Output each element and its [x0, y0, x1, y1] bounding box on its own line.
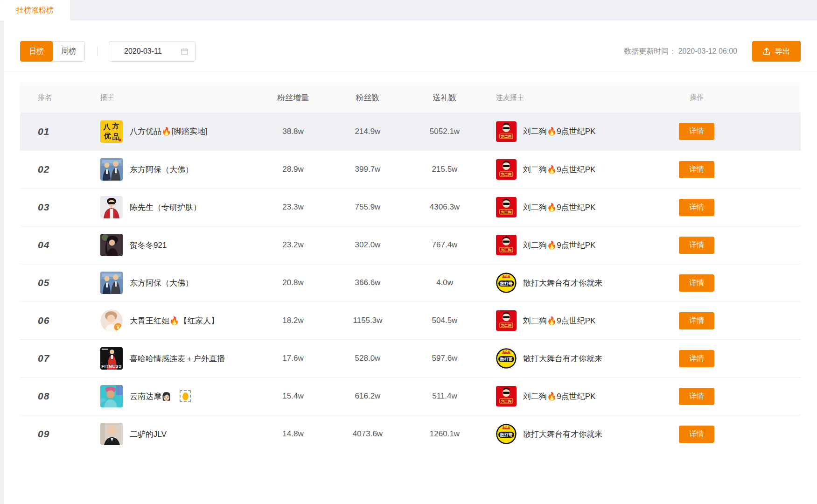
- detail-button[interactable]: 详情: [679, 426, 714, 443]
- broadcaster-avatar: [100, 196, 123, 218]
- header-fans-gain: 粉丝增量: [256, 92, 330, 103]
- fans-gain-value: 23.2w: [256, 240, 330, 250]
- daily-rank-button[interactable]: 日榜: [20, 41, 53, 62]
- linked-streamer-avatar: 刘二狗: [496, 159, 517, 180]
- linked-streamer-name: 散打大舞台有才你就来: [523, 278, 602, 288]
- svg-text:品: 品: [112, 133, 119, 140]
- linked-streamer-name: 散打大舞台有才你就来: [523, 429, 602, 440]
- fans-gain-value: 20.8w: [256, 278, 330, 287]
- broadcaster-avatar: [100, 385, 123, 407]
- broadcaster-name: 贺冬冬921: [130, 240, 167, 251]
- export-button[interactable]: 导出: [752, 41, 801, 62]
- broadcaster-name: 陈先生（专研护肤）: [130, 202, 201, 213]
- linked-streamer-avatar: 刘二狗: [496, 235, 517, 255]
- detail-button[interactable]: 详情: [679, 312, 714, 329]
- linked-streamer-avatar: 刘二狗: [496, 121, 517, 142]
- broadcaster-avatar: 八 方 优 品: [100, 120, 123, 143]
- svg-text:散打哥: 散打哥: [500, 433, 513, 437]
- broadcaster-name: 八方优品🔥[脚踏实地]: [130, 126, 208, 137]
- svg-text:刘二狗: 刘二狗: [501, 210, 512, 214]
- fans-total-value: 214.9w: [330, 127, 405, 136]
- rank-number: 08: [38, 391, 49, 401]
- linked-streamer-name: 刘二狗🔥9点世纪PK: [523, 391, 595, 402]
- table-row: 06 V 大胃王红姐🔥【红家人】 18.2w 1155.3w 504.5w 刘二…: [20, 301, 801, 339]
- broadcaster-name: 云南达摩👩🏻: [130, 391, 171, 402]
- table-row: 08 云南达摩👩🏻 15.4w 616.2w 511.4w 刘二狗 刘二狗🔥9点…: [20, 377, 801, 415]
- detail-button[interactable]: 详情: [679, 199, 714, 216]
- fans-total-value: 528.0w: [330, 354, 405, 363]
- tab-bar: 挂榜涨粉榜: [0, 0, 817, 21]
- svg-text:FITNESS: FITNESS: [101, 364, 122, 369]
- broadcaster-name: 东方阿保（大佛）: [130, 164, 193, 175]
- toolbar: 日榜 周榜 2020-03-11 数据更新时间： 2020-03-12 06:0…: [4, 21, 817, 72]
- fans-total-value: 399.7w: [330, 165, 405, 174]
- detail-button[interactable]: 详情: [679, 123, 714, 140]
- svg-text:方: 方: [112, 122, 119, 130]
- gifts-value: 4306.3w: [405, 203, 484, 212]
- tab-title: 挂榜涨粉榜: [16, 6, 54, 15]
- broadcaster-avatar: [100, 272, 123, 294]
- fans-gain-value: 38.8w: [256, 127, 330, 136]
- rank-number: 05: [38, 277, 49, 288]
- svg-text:刘二狗: 刘二狗: [501, 172, 512, 176]
- table-header-row: 排名 播主 粉丝增量 粉丝数 送礼数 连麦播主 操作: [20, 83, 801, 112]
- table-body: 01 八 方 优 品 八方优品🔥[脚踏实地] 38.8w 214.9w 5052…: [20, 112, 801, 453]
- fans-gain-value: 14.8w: [256, 429, 330, 439]
- fans-total-value: 755.9w: [330, 203, 405, 212]
- rank-number: 04: [38, 239, 49, 250]
- rank-number: 07: [38, 353, 49, 364]
- fans-gain-value: 17.6w: [256, 354, 330, 363]
- table-row: 07 FITNESS 喜哈哈情感连麦＋户外直播 17.6w 528.0w 597…: [20, 339, 801, 377]
- svg-text:刘二狗: 刘二狗: [501, 399, 512, 403]
- fans-gain-value: 23.3w: [256, 203, 330, 212]
- broadcaster-avatar: [100, 158, 123, 181]
- table-row: 01 八 方 优 品 八方优品🔥[脚踏实地] 38.8w 214.9w 5052…: [20, 112, 801, 150]
- svg-text:散打哥: 散打哥: [500, 281, 513, 286]
- weekly-rank-button[interactable]: 周榜: [52, 41, 85, 62]
- gifts-value: 767.4w: [405, 240, 484, 250]
- linked-streamer-avatar: 刘二狗: [496, 310, 517, 331]
- detail-button[interactable]: 详情: [679, 237, 714, 254]
- tab-follower-leaderboard[interactable]: 挂榜涨粉榜: [0, 0, 70, 21]
- period-toggle: 日榜 周榜: [20, 41, 85, 62]
- date-picker[interactable]: 2020-03-11: [109, 41, 196, 62]
- linked-streamer-avatar: 刘二狗: [496, 386, 517, 406]
- fans-total-value: 4073.6w: [330, 429, 405, 439]
- broadcaster-avatar: FITNESS: [100, 347, 123, 370]
- gifts-value: 597.6w: [405, 354, 484, 363]
- date-value: 2020-03-11: [124, 47, 181, 56]
- detail-button[interactable]: 详情: [679, 274, 714, 292]
- linked-streamer-avatar: 刘二狗: [496, 197, 517, 217]
- gifts-value: 4.0w: [405, 278, 484, 287]
- header-fans-total: 粉丝数: [330, 92, 405, 103]
- linked-streamer-avatar: 散打哥: [496, 273, 517, 293]
- svg-text:V: V: [117, 325, 120, 330]
- broadcaster-name: 喜哈哈情感连麦＋户外直播: [130, 353, 225, 364]
- fans-gain-value: 18.2w: [256, 316, 330, 325]
- export-label: 导出: [775, 46, 790, 57]
- table-row: 09 二驴的JLV 14.8w 4073.6w 1260.1w 散打哥 散打大舞…: [20, 415, 801, 453]
- header-linked-streamer: 连麦播主: [484, 93, 666, 102]
- gifts-value: 1260.1w: [405, 429, 484, 439]
- header-gifts: 送礼数: [405, 92, 484, 103]
- broadcaster-name: 二驴的JLV: [130, 429, 167, 440]
- detail-button[interactable]: 详情: [679, 350, 714, 367]
- linked-streamer-name: 刘二狗🔥9点世纪PK: [523, 240, 595, 251]
- linked-streamer-avatar: 散打哥: [496, 424, 517, 444]
- detail-button[interactable]: 详情: [679, 161, 714, 178]
- gifts-value: 5052.1w: [405, 127, 484, 136]
- rank-number: 06: [38, 315, 49, 326]
- linked-streamer-name: 散打大舞台有才你就来: [523, 353, 602, 364]
- rank-number: 01: [38, 126, 49, 137]
- fans-total-value: 302.0w: [330, 240, 405, 250]
- calendar-icon: [181, 48, 189, 56]
- fans-gain-value: 28.9w: [256, 165, 330, 174]
- linked-streamer-name: 刘二狗🔥9点世纪PK: [523, 164, 595, 175]
- export-icon: [762, 47, 771, 56]
- missing-emoji-glyph: [180, 390, 191, 402]
- fans-total-value: 616.2w: [330, 392, 405, 401]
- detail-button[interactable]: 详情: [679, 388, 714, 405]
- svg-text:八: 八: [103, 123, 111, 131]
- linked-streamer-name: 刘二狗🔥9点世纪PK: [523, 315, 595, 326]
- table-row: 05 东方阿保（大佛） 20.8w 366.6w 4.0w 散打哥 散打大舞台有…: [20, 264, 801, 301]
